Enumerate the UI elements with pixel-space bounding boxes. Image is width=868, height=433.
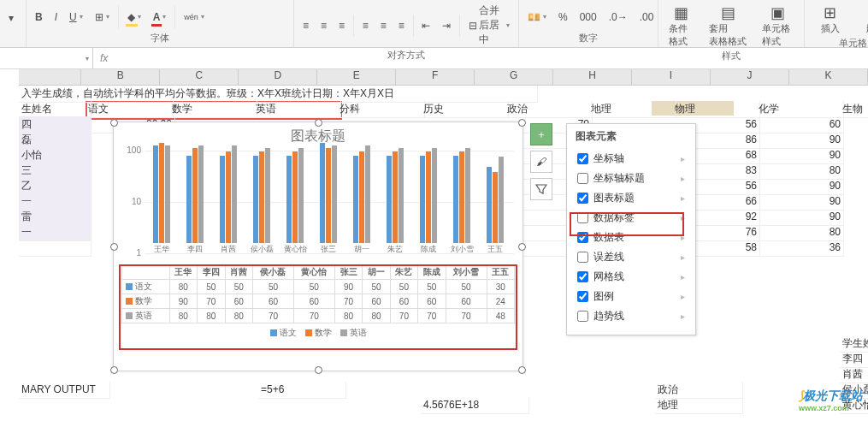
cell[interactable]: 学生姓名	[840, 335, 868, 353]
cell[interactable]: 三	[19, 163, 92, 180]
col-header[interactable]: K	[789, 69, 868, 85]
cell[interactable]: 地理	[655, 397, 743, 414]
chart-element-option[interactable]: 数据表▸	[576, 228, 687, 247]
chart-element-option[interactable]: 坐标轴▸	[576, 149, 687, 169]
checkbox[interactable]	[577, 271, 588, 282]
cell[interactable]: 四	[19, 116, 92, 133]
indent-dec-button[interactable]: ⇤	[418, 18, 434, 33]
cell[interactable]: 90	[756, 193, 844, 211]
chart-element-option[interactable]: 坐标轴标题▸	[576, 169, 687, 188]
font-color-button[interactable]: A▾	[150, 9, 170, 25]
cell[interactable]: 物理	[672, 101, 760, 118]
cell[interactable]: 4.5676E+18	[421, 397, 529, 414]
col-header[interactable]: E	[317, 69, 396, 85]
border-button[interactable]: ⊞▾	[92, 9, 113, 25]
paste-dropdown[interactable]: ▾	[5, 10, 17, 26]
checkbox[interactable]	[577, 193, 588, 204]
cell[interactable]: 60	[756, 116, 844, 133]
cell[interactable]: 小怡	[19, 147, 92, 164]
cell[interactable]: 生物	[840, 101, 868, 118]
chart-element-option[interactable]: 网格线▸	[576, 267, 687, 287]
col-header[interactable]: G	[475, 69, 553, 85]
chart-styles-btn[interactable]: 🖌	[530, 151, 552, 173]
dec-decimal-button[interactable]: .00	[636, 9, 658, 25]
col-header[interactable]: H	[553, 69, 632, 85]
align-mid-button[interactable]: ≡	[317, 18, 330, 33]
cell[interactable]: 政治	[655, 382, 743, 399]
pinyin-button[interactable]: wén▾	[180, 11, 208, 23]
merge-button[interactable]: ⊟ 合并后居中▾	[465, 2, 513, 49]
align-bot-button[interactable]: ≡	[335, 18, 348, 33]
currency-button[interactable]: 💴▾	[524, 9, 550, 25]
align-top-button[interactable]: ≡	[299, 18, 312, 33]
cell-styles-button[interactable]: ▣单元格样式	[757, 2, 799, 50]
cell[interactable]: 政治	[505, 101, 593, 118]
align-center-button[interactable]: ≡	[377, 18, 390, 33]
cell[interactable]: 肖茜	[840, 366, 868, 383]
col-header[interactable]: B	[81, 69, 160, 85]
cell[interactable]: 90	[756, 132, 844, 149]
indent-inc-button[interactable]: ⇥	[439, 18, 454, 33]
cell[interactable]: 磊	[19, 132, 92, 149]
cell[interactable]: 生姓名	[19, 101, 92, 118]
checkbox[interactable]	[577, 291, 588, 302]
col-header[interactable]: C	[160, 69, 239, 85]
cell[interactable]: =5+6	[258, 382, 346, 399]
cell[interactable]	[19, 240, 92, 257]
fx-icon[interactable]: fx	[93, 52, 115, 64]
col-header[interactable]: F	[396, 69, 475, 85]
chart-element-option[interactable]: 误差线▸	[576, 247, 687, 267]
bold-button[interactable]: B	[32, 9, 46, 25]
col-header[interactable]: J	[711, 69, 789, 85]
chart-element-option[interactable]: 图例▸	[576, 287, 687, 306]
col-header[interactable]: I	[632, 69, 711, 85]
cell[interactable]: 80	[756, 163, 844, 180]
cell[interactable]: MARY OUTPUT	[19, 382, 110, 399]
chart-element-option[interactable]: 图表标题▸	[576, 188, 687, 208]
chart-plot-area[interactable]: 110100王华李四肖茜侯小磊黄心怡张三胡一朱艺陈成刘小雪王五	[145, 151, 514, 262]
cell[interactable]: 乙	[19, 178, 92, 195]
checkbox[interactable]	[577, 232, 588, 243]
percent-button[interactable]: %	[555, 9, 571, 25]
checkbox[interactable]	[577, 311, 588, 322]
cell[interactable]: 地理	[588, 101, 676, 118]
cell[interactable]: 化学	[756, 101, 844, 118]
embedded-chart[interactable]: 图表标题 110100王华李四肖茜侯小磊黄心怡张三胡一朱艺陈成刘小雪王五 王华李…	[113, 122, 523, 371]
comma-button[interactable]: 000	[576, 9, 600, 25]
cell[interactable]: 雷	[19, 209, 92, 226]
cell[interactable]: 90	[756, 178, 844, 195]
cell[interactable]: 90	[756, 209, 844, 226]
checkbox[interactable]	[577, 212, 588, 223]
table-format-button[interactable]: ▤套用 表格格式	[704, 2, 752, 50]
cell[interactable]: 语文	[86, 101, 174, 118]
cell[interactable]: 分科	[337, 101, 425, 118]
cond-format-button[interactable]: ▦条件格式	[664, 2, 699, 50]
checkbox[interactable]	[577, 173, 588, 184]
underline-button[interactable]: U▾	[66, 9, 86, 25]
name-box[interactable]: ▾	[0, 48, 93, 68]
checkbox[interactable]	[577, 252, 588, 263]
cell[interactable]: 80	[756, 224, 844, 241]
chart-filter-btn[interactable]	[530, 178, 552, 200]
spreadsheet-grid[interactable]: BCDEFGHIJK 入学生成绩，自动统计学科的平均分等数据。班级：X年X班统计…	[0, 69, 868, 416]
cell[interactable]: 入学生成绩，自动统计学科的平均分等数据。班级：X年X班统计日期：X年X月X日	[19, 86, 538, 103]
insert-button[interactable]: ⊞插入	[816, 2, 845, 37]
align-right-button[interactable]: ≡	[395, 18, 408, 33]
cell[interactable]: 数学	[169, 101, 257, 118]
cell[interactable]: 英语	[253, 101, 341, 118]
cell[interactable]: 一	[19, 193, 92, 211]
cell[interactable]: 一	[19, 224, 92, 241]
align-left-button[interactable]: ≡	[359, 18, 372, 33]
delete-button[interactable]: ⊟删除	[861, 2, 869, 37]
chart-element-option[interactable]: 数据标签▸	[576, 208, 687, 228]
fill-color-button[interactable]: ◆▾	[124, 9, 145, 25]
chart-element-option[interactable]: 趋势线▸	[576, 306, 687, 326]
italic-button[interactable]: I	[51, 9, 61, 25]
col-header[interactable]: D	[239, 69, 317, 85]
chart-elements-btn[interactable]: ＋	[530, 123, 552, 145]
inc-decimal-button[interactable]: .0→	[605, 9, 631, 25]
cell[interactable]: 历史	[421, 101, 509, 118]
cell[interactable]: 李四	[840, 351, 868, 368]
cell[interactable]: 90	[756, 147, 844, 164]
cell[interactable]: 36	[756, 240, 844, 257]
